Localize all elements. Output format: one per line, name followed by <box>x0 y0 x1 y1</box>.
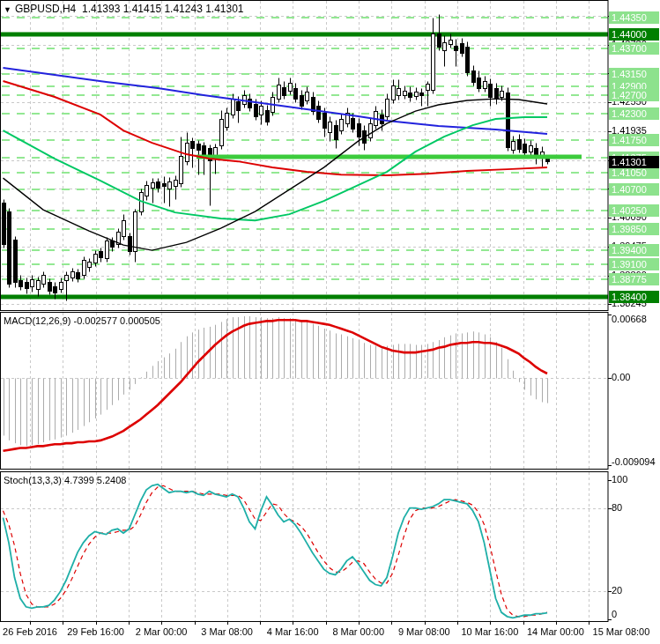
macd-axis-label: 0.00 <box>612 372 630 382</box>
strong-level-label: 1.44000 <box>609 28 659 41</box>
date-label: 15 Mar 08:00 <box>593 626 650 637</box>
date-label: 26 Feb 2016 <box>3 626 57 637</box>
ohlc-high: 1.41415 <box>123 3 161 15</box>
sr-level-label: 1.40250 <box>609 204 659 217</box>
stoch-axis-label: 100 <box>612 474 627 485</box>
stoch-indicator-label: Stoch(13,3,3) 4.7399 5.2408 <box>4 475 126 485</box>
current-price-label: 1.41301 <box>609 156 659 168</box>
chart-window: ▼GBPUSD,H4 1.41393 1.41415 1.41243 1.413… <box>0 0 660 644</box>
macd-name: MACD(12,26,9) <box>4 315 70 326</box>
sr-level-label: 1.39100 <box>609 258 659 270</box>
date-label: 4 Mar 16:00 <box>267 626 319 637</box>
sr-level-label: 1.42300 <box>609 107 659 120</box>
strong-level-label: 1.38400 <box>609 291 659 303</box>
sr-level-label: 1.44350 <box>609 11 659 24</box>
macd-main-value: -0.002577 <box>73 315 117 326</box>
stoch-axis-label: 80 <box>612 502 622 513</box>
stoch-name: Stoch(13,3,3) <box>4 475 62 485</box>
sr-level-label: 1.43150 <box>609 68 659 80</box>
sr-level-label: 1.39400 <box>609 244 659 256</box>
sr-level-label: 1.38775 <box>609 273 659 285</box>
macd-axis-label: -0.009094 <box>612 456 656 467</box>
date-label: 29 Feb 16:00 <box>67 626 124 637</box>
ohlc-close: 1.41301 <box>205 3 243 15</box>
stoch-d-value: 5.2408 <box>97 475 127 485</box>
symbol-title: GBPUSD,H4 <box>15 3 76 15</box>
sr-level-label: 1.40700 <box>609 183 659 196</box>
stoch-k-value: 4.7399 <box>64 475 94 485</box>
sr-level-label: 1.42700 <box>609 89 659 101</box>
symbol-header: ▼GBPUSD,H4 1.41393 1.41415 1.41243 1.413… <box>4 3 244 15</box>
stoch-axis-label: 20 <box>612 585 622 596</box>
stoch-axis-label: 0 <box>612 609 617 619</box>
macd-signal-value: 0.000505 <box>120 315 160 326</box>
date-label: 8 Mar 00:00 <box>332 626 384 637</box>
date-label: 10 Mar 16:00 <box>461 626 518 637</box>
symbol-dropdown-icon[interactable]: ▼ <box>4 5 11 14</box>
ohlc-open: 1.41393 <box>82 3 120 15</box>
sr-level-label: 1.43700 <box>609 42 659 55</box>
sr-level-label: 1.41750 <box>609 134 659 146</box>
macd-axis-label: 0.00668 <box>612 314 647 324</box>
sr-level-label: 1.41050 <box>609 167 659 179</box>
ohlc-low: 1.41243 <box>164 3 202 15</box>
macd-indicator-label: MACD(12,26,9) -0.002577 0.000505 <box>4 315 160 326</box>
sr-level-label: 1.39850 <box>609 223 659 235</box>
date-label: 9 Mar 08:00 <box>398 626 450 637</box>
date-label: 2 Mar 00:00 <box>136 626 188 637</box>
date-label: 3 Mar 08:00 <box>201 626 253 637</box>
date-label: 14 Mar 00:00 <box>527 626 584 637</box>
